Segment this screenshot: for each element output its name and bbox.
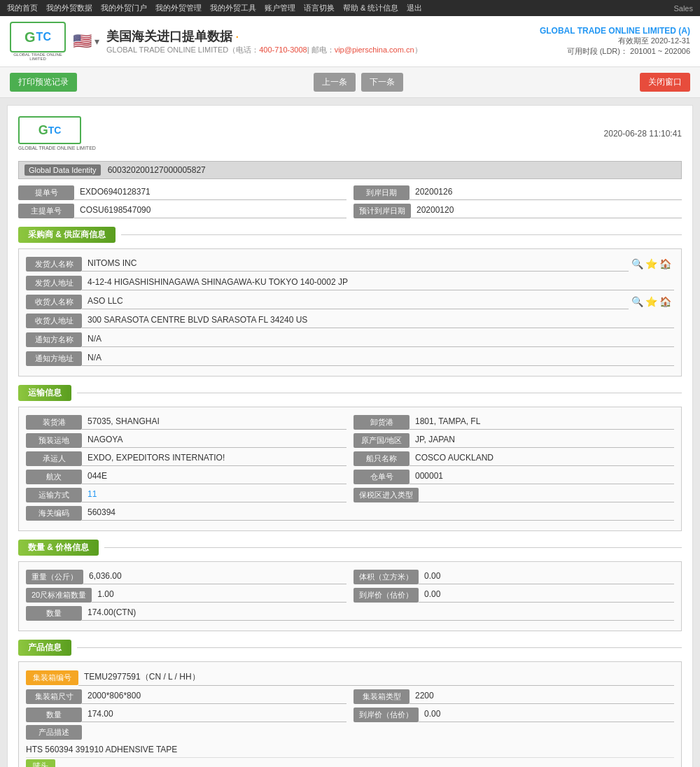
logo-tc: TC [36,31,51,43]
nav-help[interactable]: 帮助 & 统计信息 [343,3,398,13]
customs-code-row: 海关编码 560394 [26,505,674,521]
master-bill-label: 主提单号 [18,204,74,218]
consignee-search-icon[interactable]: 🔍 [631,296,643,307]
product-box: 集装箱编号 TEMU2977591（CN / L / HH） 集装箱尺寸 200… [18,661,682,767]
nav-management[interactable]: 我的外贸管理 [155,3,202,13]
discharge-port-value: 1801, TAMPA, FL [410,414,674,430]
loading-port-label: 装货港 [26,415,82,430]
data-identity-label: Global Data Identity [24,164,101,176]
main-content: G TC GLOBAL TRADE ONLINE LIMITED 2020-06… [7,105,693,767]
company-email: vip@pierschina.com.cn [335,45,414,54]
carrier-field: 承运人 EXDO, EXPEDITORS INTERNATIO! [26,451,346,466]
planned-arrival-label: 预计到岸日期 [354,204,411,218]
transport-title: 运输信息 [18,385,71,401]
nav-home[interactable]: 我的首页 [7,3,38,13]
containers-row: 20尺标准箱数量 1.00 到岸价（估价） 0.00 [26,587,674,603]
volume-value: 0.00 [419,569,674,584]
manifest-field: 仓单号 000001 [354,469,674,484]
nav-language[interactable]: 语言切换 [304,3,335,13]
weight-value: 6,036.00 [83,569,346,584]
close-button-top[interactable]: 关闭窗口 [640,73,690,92]
landed-price-label: 到岸价（估价） [354,588,419,603]
consignee-addr-label: 收货人地址 [26,314,82,328]
transport-mode-row: 运输方式 11 保税区进入类型 [26,487,674,502]
quantity-label: 数量 [26,606,82,621]
container-type-field: 集装箱类型 2200 [354,689,674,704]
bonded-label: 保税区进入类型 [354,488,419,502]
notify-name-row: 通知方名称 N/A [26,332,674,347]
ldr-info: 可用时段 (LDR)： 201001 ~ 202006 [540,46,690,57]
quantity-header: 数量 & 价格信息 [18,540,682,556]
product-qty-label: 数量 [26,708,82,722]
prev-button-top[interactable]: 上一条 [314,73,356,92]
record-logo-g: G [38,123,48,138]
nav-portal[interactable]: 我的外贸门户 [101,3,147,13]
bonded-value [419,487,674,502]
page-title-area: 美国海关进口提单数据 · GLOBAL TRADE ONLINE LIMITED… [106,28,422,55]
master-bill-field: 主提单号 COSU6198547090 [18,203,346,218]
company-name-right: GLOBAL TRADE ONLINE LIMITED (A) [540,26,690,36]
validity-date: 2020-12-31 [651,36,690,45]
master-bill-row: 主提单号 COSU6198547090 预计到岸日期 20200120 [18,203,682,218]
port-row: 装货港 57035, SHANGHAI 卸货港 1801, TAMPA, FL [26,414,674,430]
next-button-top[interactable]: 下一条 [361,73,403,92]
product-price-field: 到岸价（估价） 0.00 [354,707,674,722]
record-logo-tc: TC [48,125,62,136]
product-title: 产品信息 [18,640,71,656]
shipper-icons: 🔍 ⭐ 🏠 [629,258,674,269]
product-qty-field: 数量 174.00 [26,707,346,722]
shipper-search-icon[interactable]: 🔍 [631,258,643,269]
validity-info: 有效期至 2020-12-31 [540,36,690,46]
nav-links: 我的首页 我的外贸数据 我的外贸门户 我的外贸管理 我的外贸工具 账户管理 语言… [7,3,422,13]
container-no-label: 集装箱编号 [26,670,78,685]
toolbar-left: 打印预览记录 [10,73,77,92]
toolbar-nav: 上一条 下一条 [314,73,403,92]
section-line-1 [121,234,682,235]
shipper-addr-value: 4-12-4 HIGASHISHINAGAWA SHINAGAWA-KU TOK… [82,275,674,290]
nav-logout[interactable]: 退出 [407,3,422,13]
transport-header: 运输信息 [18,385,682,401]
pre-transport-field: 预装运地 NAGOYA [26,432,346,448]
loading-port-field: 装货港 57035, SHANGHAI [26,414,346,430]
data-identity-value: 600320200127000005827 [108,165,206,175]
header-right: GLOBAL TRADE ONLINE LIMITED (A) 有效期至 202… [540,26,690,57]
consignee-addr-row: 收货人地址 300 SARASOTA CENTRE BLVD SARASOTA … [26,313,674,328]
quantity-title: 数量 & 价格信息 [18,540,99,556]
shipper-star-icon[interactable]: ⭐ [645,258,657,269]
record-logo: G TC GLOBAL TRADE ONLINE LIMITED [18,116,96,150]
validity-label: 有效期至 [618,36,649,45]
vessel-field: 船只名称 COSCO AUCKLAND [354,451,674,466]
consignee-home-icon[interactable]: 🏠 [659,296,671,307]
carrier-value: EXDO, EXPEDITORS INTERNATIO! [82,451,346,466]
nav-tools[interactable]: 我的外贸工具 [210,3,256,13]
nav-account[interactable]: 账户管理 [265,3,295,13]
containers-20-field: 20尺标准箱数量 1.00 [26,587,346,603]
landed-price-field: 到岸价（估价） 0.00 [354,587,674,603]
transport-mode-field: 运输方式 11 [26,487,346,502]
planned-arrival-field: 预计到岸日期 20200120 [354,203,682,218]
master-bill-value: COSU6198547090 [74,203,346,218]
bill-number-label: 提单号 [18,185,74,200]
company-prefix: GLOBAL TRADE ONLINE LIMITED（电话： [106,45,259,54]
logo-subtitle: GLOBAL TRADE ONLINE LIMITED [10,52,66,61]
quantity-value: 174.00(CTN) [82,605,674,621]
bill-number-value: EXDO6940128371 [74,185,346,200]
notify-addr-label: 通知方地址 [26,351,82,366]
voyage-value: 044E [82,469,346,484]
company-email-prefix: | 邮电： [307,45,335,54]
arrival-date-field: 到岸日期 20200126 [354,185,682,200]
planned-arrival-value: 20200120 [411,203,682,218]
page-header: G TC GLOBAL TRADE ONLINE LIMITED 🇺🇸 ▾ 美国… [0,16,700,67]
voyage-label: 航次 [26,470,82,484]
shipper-name-value: NITOMS INC [82,256,629,272]
consignee-icons: 🔍 ⭐ 🏠 [629,296,674,307]
ldr-label: 可用时段 (LDR)： [567,47,628,55]
consignee-star-icon[interactable]: ⭐ [645,296,657,307]
nav-trade-data[interactable]: 我的外贸数据 [46,3,92,13]
logo-g: G [24,29,36,45]
ldr-value: 201001 ~ 202006 [630,47,690,55]
flag-dropdown-icon[interactable]: ▾ [94,36,99,47]
print-button-top[interactable]: 打印预览记录 [10,73,77,92]
quantity-row: 数量 174.00(CTN) [26,605,674,621]
shipper-home-icon[interactable]: 🏠 [659,258,671,269]
